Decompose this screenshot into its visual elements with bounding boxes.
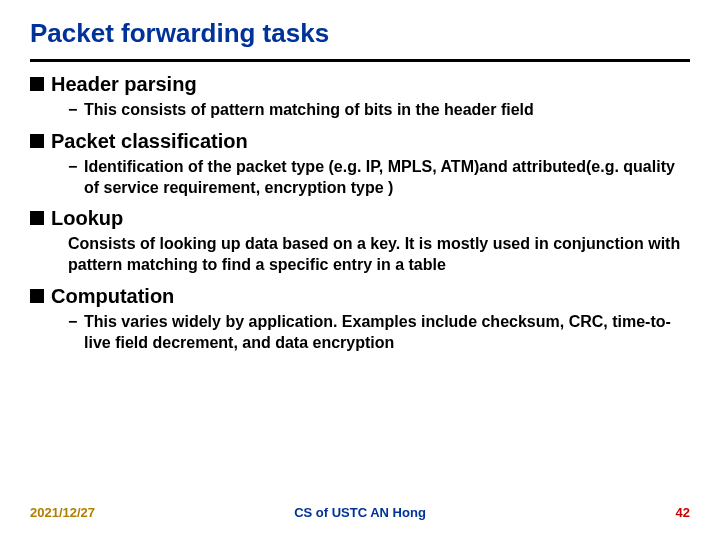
bullet-row: Computation — [30, 284, 690, 309]
item-heading: Header parsing — [51, 72, 197, 97]
bullet-row: Packet classification — [30, 129, 690, 154]
square-bullet-icon — [30, 289, 44, 303]
sub-row: − This varies widely by application. Exa… — [68, 312, 690, 354]
bullet-row: Header parsing — [30, 72, 690, 97]
item-heading: Packet classification — [51, 129, 248, 154]
sub-item: Consists of looking up data based on a k… — [30, 234, 690, 276]
footer: 2021/12/27 CS of USTC AN Hong 42 — [0, 505, 720, 520]
sub-row: − Identification of the packet type (e.g… — [68, 157, 690, 199]
sub-item: − This consists of pattern matching of b… — [30, 100, 690, 121]
dash-bullet-icon: − — [68, 100, 82, 121]
bullet-item: Lookup Consists of looking up data based… — [30, 206, 690, 276]
footer-date: 2021/12/27 — [30, 505, 95, 520]
footer-page-number: 42 — [676, 505, 690, 520]
sub-row: − This consists of pattern matching of b… — [68, 100, 690, 121]
item-heading: Computation — [51, 284, 174, 309]
sub-item: − Identification of the packet type (e.g… — [30, 157, 690, 199]
title-divider — [30, 59, 690, 62]
bullet-row: Lookup — [30, 206, 690, 231]
footer-center: CS of USTC AN Hong — [294, 505, 426, 520]
sub-text: Consists of looking up data based on a k… — [68, 234, 690, 276]
sub-text: This consists of pattern matching of bit… — [84, 100, 534, 121]
dash-bullet-icon: − — [68, 312, 82, 333]
slide: Packet forwarding tasks Header parsing −… — [0, 0, 720, 540]
square-bullet-icon — [30, 77, 44, 91]
sub-item: − This varies widely by application. Exa… — [30, 312, 690, 354]
item-heading: Lookup — [51, 206, 123, 231]
square-bullet-icon — [30, 134, 44, 148]
bullet-item: Computation − This varies widely by appl… — [30, 284, 690, 354]
bullet-item: Header parsing − This consists of patter… — [30, 72, 690, 121]
sub-text: This varies widely by application. Examp… — [84, 312, 690, 354]
square-bullet-icon — [30, 211, 44, 225]
slide-title: Packet forwarding tasks — [30, 18, 690, 49]
bullet-item: Packet classification − Identification o… — [30, 129, 690, 199]
dash-bullet-icon: − — [68, 157, 82, 178]
sub-text: Identification of the packet type (e.g. … — [84, 157, 690, 199]
